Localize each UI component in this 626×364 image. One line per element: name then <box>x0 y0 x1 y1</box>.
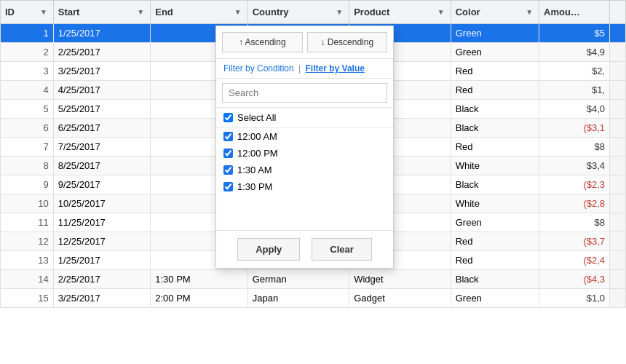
filter-by-value-link[interactable]: Filter by Value <box>306 63 365 74</box>
header-color[interactable]: Color▼ <box>451 1 539 24</box>
cell-id: 2 <box>1 43 54 62</box>
header-country[interactable]: Country▼ <box>247 1 349 24</box>
apply-button[interactable]: Apply <box>237 238 300 261</box>
filter-btn-id[interactable]: ▼ <box>39 8 49 16</box>
cell-start: 3/25/2017 <box>53 62 150 81</box>
scroll-cell <box>610 270 626 289</box>
checkbox-input[interactable] <box>223 149 233 158</box>
cell-start: 3/25/2017 <box>53 289 150 308</box>
cell-id: 7 <box>1 138 54 157</box>
cell-color: Green <box>451 43 539 62</box>
table-row[interactable]: 142/25/20171:30 PMGermanWidgetBlack($4,3 <box>1 270 626 289</box>
checkbox-label: 1:30 PM <box>237 181 272 192</box>
scroll-cell <box>610 251 626 270</box>
cell-start: 2/25/2017 <box>53 270 150 289</box>
cell-id: 12 <box>1 232 54 251</box>
header-end[interactable]: End▼ <box>151 1 247 24</box>
cell-color: White <box>451 157 539 175</box>
cell-product: Widget <box>349 270 451 289</box>
cell-start: 11/25/2017 <box>53 213 150 232</box>
sort-ascending-button[interactable]: ↑ Ascending <box>222 32 303 52</box>
cell-amount: $8 <box>539 138 610 157</box>
scroll-cell <box>610 194 626 213</box>
cell-color: Red <box>451 138 539 157</box>
checkbox-list[interactable]: 12:00 AM12:00 PM1:30 AM1:30 PM <box>216 128 393 230</box>
cell-id: 6 <box>1 119 54 138</box>
cell-color: Black <box>451 119 539 138</box>
cell-product: Gadget <box>349 289 451 308</box>
cell-amount: $3,4 <box>539 157 610 175</box>
cell-color: Black <box>451 270 539 289</box>
cell-country: German <box>247 270 349 289</box>
filter-btn-product[interactable]: ▼ <box>436 8 446 16</box>
select-all-label: Select All <box>237 112 276 123</box>
cell-id: 4 <box>1 81 54 100</box>
cell-start: 5/25/2017 <box>53 100 150 119</box>
cell-start: 1/25/2017 <box>53 251 150 270</box>
scroll-header <box>610 1 626 24</box>
cell-id: 13 <box>1 251 54 270</box>
cell-color: Red <box>451 81 539 100</box>
cell-id: 5 <box>1 100 54 119</box>
cell-color: Green <box>451 289 539 308</box>
search-box <box>216 79 393 108</box>
checkbox-label: 1:30 AM <box>237 165 272 175</box>
checkbox-label: 12:00 PM <box>237 148 278 159</box>
filter-btn-end[interactable]: ▼ <box>233 8 243 16</box>
filter-btn-color[interactable]: ▼ <box>524 8 534 16</box>
select-all-checkbox[interactable] <box>223 113 233 122</box>
cell-start: 9/25/2017 <box>53 175 150 194</box>
filter-by-condition-link[interactable]: Filter by Condition <box>223 63 294 74</box>
scroll-cell <box>610 100 626 119</box>
cell-amount: $2, <box>539 62 610 81</box>
cell-amount: $5 <box>539 24 610 43</box>
cell-color: Red <box>451 232 539 251</box>
checkbox-input[interactable] <box>223 132 233 141</box>
cell-amount: ($4,3 <box>539 270 610 289</box>
header-start[interactable]: Start▼ <box>53 1 150 24</box>
checkbox-item[interactable]: 12:00 PM <box>216 145 393 162</box>
scroll-cell <box>610 289 626 308</box>
cell-id: 1 <box>1 24 54 43</box>
cell-end: 1:30 PM <box>151 270 247 289</box>
header-id[interactable]: ID▼ <box>1 1 54 24</box>
cell-color: White <box>451 194 539 213</box>
scroll-cell <box>610 81 626 100</box>
checkbox-item[interactable]: 1:30 PM <box>216 178 393 195</box>
filter-links: Filter by Condition | Filter by Value <box>216 59 393 79</box>
cell-amount: ($2,8 <box>539 194 610 213</box>
filter-btn-start[interactable]: ▼ <box>135 8 146 16</box>
cell-start: 12/25/2017 <box>53 232 150 251</box>
cell-start: 7/25/2017 <box>53 138 150 157</box>
cell-color: Black <box>451 175 539 194</box>
cell-id: 8 <box>1 157 54 175</box>
scroll-cell <box>610 157 626 175</box>
sort-descending-button[interactable]: ↓ Descending <box>307 32 388 52</box>
cell-start: 8/25/2017 <box>53 157 150 175</box>
checkbox-input[interactable] <box>223 182 233 191</box>
header-product[interactable]: Product▼ <box>349 1 451 24</box>
cell-color: Red <box>451 251 539 270</box>
cell-id: 10 <box>1 194 54 213</box>
clear-button[interactable]: Clear <box>312 238 372 261</box>
cell-country: Japan <box>247 289 349 308</box>
search-input[interactable] <box>222 83 387 103</box>
filter-popup: ↑ Ascending ↓ Descending Filter by Condi… <box>215 25 394 269</box>
cell-color: Red <box>451 62 539 81</box>
cell-end: 2:00 PM <box>151 289 247 308</box>
cell-id: 3 <box>1 62 54 81</box>
checkbox-item[interactable]: 1:30 AM <box>216 162 393 178</box>
table-row[interactable]: 153/25/20172:00 PMJapanGadgetGreen$1,0 <box>1 289 626 308</box>
scroll-cell <box>610 119 626 138</box>
header-amount[interactable]: Amou… <box>539 1 610 24</box>
scroll-cell <box>610 138 626 157</box>
checkbox-input[interactable] <box>223 165 233 175</box>
scroll-cell <box>610 213 626 232</box>
cell-amount: $1,0 <box>539 289 610 308</box>
checkbox-item[interactable]: 12:00 AM <box>216 128 393 145</box>
table-container: ID▼Start▼End▼Country▼Product▼Color▼Amou…… <box>0 0 626 364</box>
cell-color: Black <box>451 100 539 119</box>
cell-id: 11 <box>1 213 54 232</box>
filter-btn-country[interactable]: ▼ <box>334 8 344 16</box>
sort-buttons-row: ↑ Ascending ↓ Descending <box>216 26 393 59</box>
